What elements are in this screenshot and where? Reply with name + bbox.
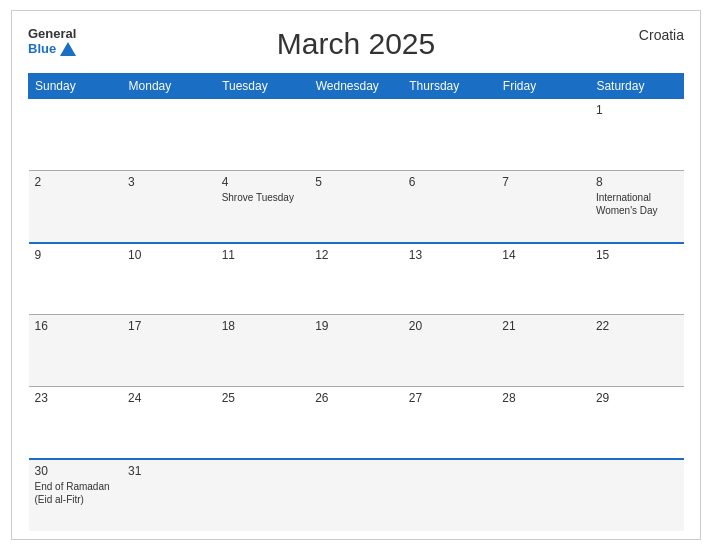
calendar-grid: SundayMondayTuesdayWednesdayThursdayFrid… <box>28 73 684 531</box>
calendar-cell-3-5: 21 <box>496 315 590 387</box>
day-number: 15 <box>596 248 678 262</box>
day-number: 16 <box>35 319 117 333</box>
day-number: 2 <box>35 175 117 189</box>
day-number: 19 <box>315 319 397 333</box>
calendar-cell-3-6: 22 <box>590 315 684 387</box>
day-number: 8 <box>596 175 678 189</box>
calendar-cell-5-6 <box>590 459 684 531</box>
calendar-cell-0-4 <box>403 99 497 171</box>
day-number: 11 <box>222 248 304 262</box>
day-number: 25 <box>222 391 304 405</box>
calendar-cell-1-2: 4Shrove Tuesday <box>216 171 310 243</box>
day-number: 22 <box>596 319 678 333</box>
calendar-cell-5-3 <box>309 459 403 531</box>
calendar-cell-3-3: 19 <box>309 315 403 387</box>
calendar-title: March 2025 <box>277 27 435 61</box>
calendar-row-1: 234Shrove Tuesday5678International Women… <box>29 171 684 243</box>
weekday-header-saturday: Saturday <box>590 74 684 99</box>
weekday-header-thursday: Thursday <box>403 74 497 99</box>
calendar-cell-3-1: 17 <box>122 315 216 387</box>
calendar-cell-4-2: 25 <box>216 387 310 459</box>
calendar-cell-0-0 <box>29 99 123 171</box>
day-number: 30 <box>35 464 117 478</box>
day-number: 21 <box>502 319 584 333</box>
day-number: 1 <box>596 103 678 117</box>
logo-triangle-icon <box>60 42 76 56</box>
day-number: 5 <box>315 175 397 189</box>
calendar-header: General Blue March 2025 Croatia <box>28 27 684 61</box>
calendar-cell-1-6: 8International Women's Day <box>590 171 684 243</box>
day-number: 20 <box>409 319 491 333</box>
calendar-cell-4-4: 27 <box>403 387 497 459</box>
day-number: 7 <box>502 175 584 189</box>
calendar-cell-0-1 <box>122 99 216 171</box>
calendar-cell-4-5: 28 <box>496 387 590 459</box>
calendar-cell-5-5 <box>496 459 590 531</box>
day-number: 4 <box>222 175 304 189</box>
calendar-cell-0-6: 1 <box>590 99 684 171</box>
calendar-cell-5-1: 31 <box>122 459 216 531</box>
calendar-cell-5-4 <box>403 459 497 531</box>
calendar-cell-4-6: 29 <box>590 387 684 459</box>
country-label: Croatia <box>639 27 684 43</box>
day-number: 12 <box>315 248 397 262</box>
day-number: 13 <box>409 248 491 262</box>
weekday-header-row: SundayMondayTuesdayWednesdayThursdayFrid… <box>29 74 684 99</box>
weekday-header-sunday: Sunday <box>29 74 123 99</box>
calendar-cell-4-0: 23 <box>29 387 123 459</box>
calendar-cell-4-1: 24 <box>122 387 216 459</box>
calendar-cell-2-1: 10 <box>122 243 216 315</box>
weekday-header-wednesday: Wednesday <box>309 74 403 99</box>
day-number: 14 <box>502 248 584 262</box>
calendar-cell-1-1: 3 <box>122 171 216 243</box>
calendar-cell-2-5: 14 <box>496 243 590 315</box>
day-number: 27 <box>409 391 491 405</box>
logo-blue-text: Blue <box>28 42 76 56</box>
day-number: 29 <box>596 391 678 405</box>
calendar-cell-5-0: 30End of Ramadan (Eid al-Fitr) <box>29 459 123 531</box>
calendar-cell-2-4: 13 <box>403 243 497 315</box>
day-number: 6 <box>409 175 491 189</box>
calendar-row-0: 1 <box>29 99 684 171</box>
calendar-cell-1-5: 7 <box>496 171 590 243</box>
day-number: 28 <box>502 391 584 405</box>
calendar-container: General Blue March 2025 Croatia SundayMo… <box>11 10 701 540</box>
event-label: International Women's Day <box>596 191 678 217</box>
calendar-row-5: 30End of Ramadan (Eid al-Fitr)31 <box>29 459 684 531</box>
calendar-cell-3-0: 16 <box>29 315 123 387</box>
weekday-header-monday: Monday <box>122 74 216 99</box>
calendar-cell-1-0: 2 <box>29 171 123 243</box>
weekday-header-friday: Friday <box>496 74 590 99</box>
day-number: 18 <box>222 319 304 333</box>
calendar-cell-2-2: 11 <box>216 243 310 315</box>
calendar-cell-2-3: 12 <box>309 243 403 315</box>
calendar-cell-2-6: 15 <box>590 243 684 315</box>
event-label: End of Ramadan (Eid al-Fitr) <box>35 480 117 506</box>
calendar-cell-1-4: 6 <box>403 171 497 243</box>
calendar-cell-2-0: 9 <box>29 243 123 315</box>
calendar-cell-0-5 <box>496 99 590 171</box>
day-number: 17 <box>128 319 210 333</box>
calendar-cell-3-4: 20 <box>403 315 497 387</box>
weekday-header-tuesday: Tuesday <box>216 74 310 99</box>
calendar-row-4: 23242526272829 <box>29 387 684 459</box>
calendar-row-2: 9101112131415 <box>29 243 684 315</box>
day-number: 31 <box>128 464 210 478</box>
calendar-cell-0-2 <box>216 99 310 171</box>
day-number: 26 <box>315 391 397 405</box>
day-number: 10 <box>128 248 210 262</box>
day-number: 9 <box>35 248 117 262</box>
day-number: 23 <box>35 391 117 405</box>
calendar-cell-3-2: 18 <box>216 315 310 387</box>
calendar-cell-5-2 <box>216 459 310 531</box>
event-label: Shrove Tuesday <box>222 191 304 204</box>
calendar-cell-4-3: 26 <box>309 387 403 459</box>
logo-general-text: General <box>28 27 76 41</box>
calendar-cell-1-3: 5 <box>309 171 403 243</box>
day-number: 24 <box>128 391 210 405</box>
calendar-row-3: 16171819202122 <box>29 315 684 387</box>
logo: General Blue <box>28 27 76 56</box>
day-number: 3 <box>128 175 210 189</box>
calendar-cell-0-3 <box>309 99 403 171</box>
